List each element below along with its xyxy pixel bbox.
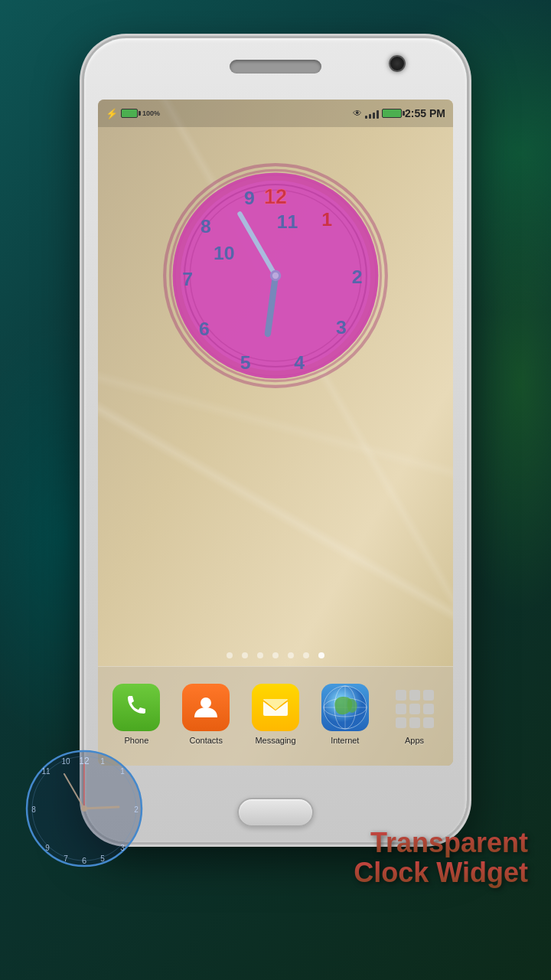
apps-dot-3 xyxy=(423,690,434,701)
svg-text:7: 7 xyxy=(64,854,68,863)
svg-text:8: 8 xyxy=(31,805,36,814)
svg-text:3: 3 xyxy=(120,844,125,852)
status-bar: ⚡ 100% 👁 xyxy=(98,100,453,127)
svg-text:11: 11 xyxy=(277,211,298,232)
home-button[interactable] xyxy=(237,798,314,827)
svg-text:9: 9 xyxy=(45,844,50,852)
messaging-icon-svg xyxy=(261,693,290,722)
page-dot-2[interactable] xyxy=(242,652,248,658)
widget-title-line1: Transparent xyxy=(354,828,528,858)
usb-icon: ⚡ xyxy=(106,108,116,119)
svg-text:9: 9 xyxy=(244,188,255,208)
svg-text:1: 1 xyxy=(321,209,332,230)
signal-bar-3 xyxy=(373,113,375,119)
speaker-grill xyxy=(230,60,321,74)
svg-text:1: 1 xyxy=(120,767,125,776)
apps-dot-5 xyxy=(409,704,420,714)
svg-text:5: 5 xyxy=(240,352,251,373)
messaging-label: Messaging xyxy=(255,736,295,745)
apps-dot-2 xyxy=(409,690,420,701)
apps-label: Apps xyxy=(405,736,424,745)
battery-icon xyxy=(121,109,138,118)
main-battery-fill xyxy=(383,110,400,116)
clock-svg: 12 1 2 3 4 5 6 7 8 9 10 xyxy=(161,161,390,390)
page-dot-3[interactable] xyxy=(257,652,263,658)
page-dot-5[interactable] xyxy=(288,652,294,658)
phone-app-icon[interactable] xyxy=(112,684,160,731)
status-time: 2:55 PM xyxy=(405,107,445,119)
contacts-icon-svg xyxy=(191,693,220,722)
signal-bar-4 xyxy=(377,110,379,119)
dock-item-apps[interactable]: Apps xyxy=(384,684,445,745)
svg-text:4: 4 xyxy=(294,352,305,373)
page-dot-1[interactable] xyxy=(227,652,233,658)
svg-text:6: 6 xyxy=(199,318,210,339)
page-dots xyxy=(98,652,453,658)
dock-item-messaging[interactable]: Messaging xyxy=(245,684,306,745)
phone-label: Phone xyxy=(124,736,148,745)
apps-dot-9 xyxy=(423,717,434,728)
widget-title-line2: Clock Widget xyxy=(354,858,528,888)
svg-text:7: 7 xyxy=(182,269,193,289)
widget-title: Transparent Clock Widget xyxy=(354,828,528,888)
internet-icon-svg xyxy=(321,684,369,731)
svg-text:8: 8 xyxy=(201,216,211,237)
apps-dot-6 xyxy=(423,704,434,714)
apps-dot-1 xyxy=(396,690,406,701)
visibility-icon: 👁 xyxy=(353,108,362,119)
page-dot-4[interactable] xyxy=(272,652,279,658)
svg-text:6: 6 xyxy=(82,856,86,865)
phone-screen: ⚡ 100% 👁 xyxy=(98,100,453,766)
svg-text:12: 12 xyxy=(264,185,287,208)
messaging-app-icon[interactable] xyxy=(252,684,299,731)
svg-text:2: 2 xyxy=(134,805,139,814)
phone-icon-svg xyxy=(122,693,151,722)
signal-bars xyxy=(365,108,379,119)
signal-bar-2 xyxy=(369,114,371,119)
signal-bar-1 xyxy=(365,116,367,119)
apps-dot-8 xyxy=(409,717,420,728)
svg-line-46 xyxy=(84,807,119,808)
svg-text:3: 3 xyxy=(336,317,347,338)
dock-bar: Phone Contacts xyxy=(98,666,453,766)
internet-label: Internet xyxy=(331,736,359,745)
svg-text:10: 10 xyxy=(61,757,70,766)
contacts-label: Contacts xyxy=(189,736,222,745)
small-clock: 12 1 2 3 6 9 8 11 10 1 5 7 xyxy=(23,747,145,873)
status-right-icons: 👁 2:55 PM xyxy=(353,107,445,119)
svg-text:2: 2 xyxy=(352,266,363,287)
phone-frame: ⚡ 100% 👁 xyxy=(84,38,467,842)
svg-point-23 xyxy=(201,697,211,708)
svg-text:10: 10 xyxy=(214,243,235,263)
page-dot-7[interactable] xyxy=(318,652,324,658)
apps-dot-4 xyxy=(396,704,406,714)
apps-dot-7 xyxy=(396,717,406,728)
dock-item-phone[interactable]: Phone xyxy=(106,684,167,745)
contacts-app-icon[interactable] xyxy=(182,684,230,731)
small-clock-svg: 12 1 2 3 6 9 8 11 10 1 5 7 xyxy=(23,747,145,870)
dock-item-contacts[interactable]: Contacts xyxy=(175,684,236,745)
battery-percent: 100% xyxy=(142,109,160,117)
clock-widget: 12 1 2 3 4 5 6 7 8 9 10 xyxy=(161,161,390,390)
svg-text:5: 5 xyxy=(100,854,105,863)
page-dot-6[interactable] xyxy=(303,652,309,658)
status-left-icons: ⚡ 100% xyxy=(106,108,160,119)
svg-text:1: 1 xyxy=(100,757,105,766)
svg-point-49 xyxy=(81,805,87,812)
camera xyxy=(389,55,406,72)
dock-item-internet[interactable]: Internet xyxy=(315,684,376,745)
svg-point-22 xyxy=(272,273,279,279)
main-battery-icon xyxy=(382,109,402,118)
apps-app-icon[interactable] xyxy=(391,684,439,731)
battery-fill xyxy=(122,110,136,116)
svg-text:11: 11 xyxy=(41,767,51,776)
internet-app-icon[interactable] xyxy=(321,684,369,731)
